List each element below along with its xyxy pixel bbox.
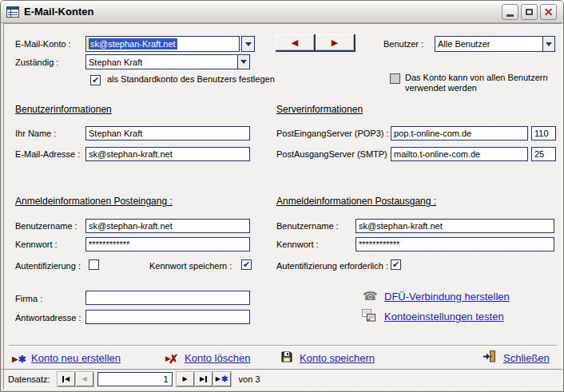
ihr-name-field[interactable]	[85, 126, 250, 141]
previous-account-button[interactable]: ◀	[276, 34, 314, 50]
antwortadresse-label: Antwortadresse :	[15, 313, 81, 323]
record-count-label: von 3	[239, 374, 260, 384]
in-benutzername-field[interactable]	[85, 219, 250, 233]
check-icon: ✔	[243, 260, 250, 269]
zustaendig-dropdown-button[interactable]	[237, 55, 249, 69]
pop3-server-label: PostEingangServer (POP3) :	[276, 129, 389, 138]
antwortadresse-field[interactable]	[85, 310, 250, 324]
firma-label: Firma :	[15, 294, 42, 303]
maximize-icon	[526, 9, 533, 15]
new-record-icon: ✱	[221, 375, 228, 383]
close-icon: ✕	[544, 6, 554, 18]
benutzerinformationen-heading: Benutzerinformationen	[15, 104, 112, 115]
email-konto-dropdown-button[interactable]	[241, 36, 255, 52]
email-adresse-field[interactable]	[85, 147, 250, 161]
in-autentifizierung-checkbox[interactable]	[89, 259, 99, 270]
record-number-input[interactable]	[97, 372, 173, 386]
email-adresse-label: E-Mail-Adresse :	[15, 149, 80, 159]
chevron-down-icon	[546, 42, 552, 46]
zustaendig-label: Zuständig :	[15, 57, 58, 67]
serverinformationen-heading: Serverinformationen	[276, 104, 363, 115]
in-kennwort-label: Kennwort :	[15, 240, 58, 249]
last-record-button[interactable]: ▶	[195, 372, 212, 386]
separator-line	[9, 345, 557, 346]
next-account-button[interactable]: ▶	[316, 34, 354, 50]
zustaendig-value: Stephan Kraft	[86, 57, 237, 67]
posteingang-heading: Anmeldeinformationen Posteingang :	[15, 196, 173, 207]
firma-field[interactable]	[85, 291, 250, 305]
out-autentifizierung-checkbox[interactable]: ✔	[391, 259, 401, 270]
minimize-icon	[506, 14, 514, 17]
out-kennwort-field[interactable]	[355, 237, 554, 251]
window-title: E-Mail-Konten	[24, 6, 93, 18]
phone-icon: ☎	[363, 289, 378, 303]
check-icon: ✔	[392, 260, 399, 269]
smtp-port-field[interactable]	[531, 147, 556, 161]
konto-loeschen-link[interactable]: Konto löschen	[185, 352, 250, 364]
pop3-server-field[interactable]	[391, 126, 528, 141]
benutzer-combobox[interactable]: Alle Benutzer	[435, 36, 555, 52]
maximize-button[interactable]	[521, 4, 538, 20]
ihr-name-label: Ihr Name :	[15, 129, 56, 138]
out-kennwort-label: Kennwort :	[276, 240, 319, 249]
last-record-icon	[205, 376, 207, 382]
next-record-button[interactable]: ▶	[177, 372, 194, 386]
out-autentifizierung-label: Autentifizierung erforderlich :	[276, 261, 388, 271]
email-konten-window: E-Mail-Konten ✕ E-Mail-Konto : sk@stepha…	[0, 0, 564, 392]
standardkonto-checkbox[interactable]: ✔	[90, 75, 101, 85]
next-record-icon: ▶	[183, 376, 188, 382]
smtp-server-label: PostAusgangServer (SMTP) :	[276, 149, 392, 159]
smtp-server-field[interactable]	[391, 147, 528, 161]
shared-account-checkbox-label: Das Konto kann von allen Benutzern verwe…	[405, 73, 564, 93]
arrow-left-icon: ◀	[292, 38, 298, 47]
chevron-down-icon	[245, 42, 252, 46]
in-kennwort-field[interactable]	[85, 237, 250, 251]
in-autentifizierung-label: Autentifizierung :	[15, 261, 81, 271]
konto-speichern-link[interactable]: Konto speichern	[300, 352, 375, 364]
close-button[interactable]: ✕	[540, 4, 557, 20]
out-benutzername-label: Benutzername :	[276, 221, 339, 231]
exit-door-icon	[483, 350, 496, 362]
first-record-button[interactable]: ◀	[58, 372, 75, 386]
chevron-down-icon	[240, 60, 247, 64]
email-konto-label: E-Mail-Konto :	[15, 39, 71, 49]
previous-record-icon: ◀	[82, 376, 87, 382]
delete-record-icon: ▶✗	[165, 353, 179, 365]
zustaendig-combobox[interactable]: Stephan Kraft	[85, 54, 250, 69]
arrow-right-icon: ▶	[332, 38, 338, 47]
postausgang-heading: Anmeldeinformationen Postausgang :	[276, 196, 436, 207]
kennwort-speichern-label: Kennwort speichern :	[149, 261, 232, 271]
benutzer-dropdown-button[interactable]	[542, 37, 554, 51]
first-record-icon	[62, 376, 64, 382]
account-pager: ◀ ▶	[276, 34, 355, 52]
form-icon	[6, 6, 19, 18]
test-settings-icon	[362, 309, 375, 322]
schliessen-link[interactable]: Schließen	[503, 352, 550, 364]
kennwort-speichern-checkbox[interactable]: ✔	[241, 259, 252, 270]
minimize-button[interactable]	[502, 4, 518, 20]
benutzer-label: Benutzer :	[383, 39, 423, 49]
datensatz-label: Datensatz:	[8, 374, 50, 384]
in-benutzername-label: Benutzername :	[15, 221, 77, 231]
shared-account-checkbox	[390, 73, 400, 84]
konto-neu-erstellen-link[interactable]: Konto neu erstellen	[31, 352, 121, 364]
check-icon: ✔	[92, 76, 99, 85]
pop3-port-field[interactable]	[531, 126, 556, 141]
previous-record-button[interactable]: ◀	[76, 372, 93, 386]
title-bar: E-Mail-Konten	[1, 1, 563, 23]
email-konto-selected-text: sk@stephan-Kraft.net	[89, 38, 177, 49]
new-record-button[interactable]: ▶ ✱	[213, 372, 231, 386]
out-benutzername-field[interactable]	[355, 219, 554, 233]
kontoeinstellungen-testen-link[interactable]: Kontoeinstellungen testen	[384, 311, 504, 323]
save-floppy-icon	[281, 351, 292, 362]
record-navigator: Datensatz: ◀ ◀ ▶ ▶ ▶ ✱ von 3	[2, 369, 562, 389]
dfu-verbindung-link[interactable]: DFÜ-Verbindung herstellen	[384, 291, 510, 303]
benutzer-value: Alle Benutzer	[435, 39, 542, 49]
new-record-icon: ▶✱	[12, 354, 26, 365]
standardkonto-checkbox-label: als Standardkonto des Benutzers festlege…	[107, 74, 275, 85]
email-konto-combobox[interactable]: sk@stephan-Kraft.net	[85, 36, 240, 52]
